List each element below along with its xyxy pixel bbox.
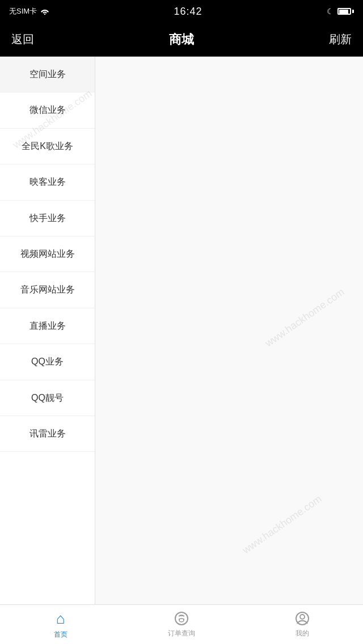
profile-icon [294,611,310,626]
main-panel [95,57,363,604]
sidebar-item-yingke[interactable]: 映客业务 [0,164,95,200]
sidebar-item-weixin[interactable]: 微信业务 [0,92,95,128]
tab-home-label: 首页 [54,630,67,639]
wifi-icon [40,8,49,15]
battery-icon [337,8,354,15]
carrier-label: 无SIM卡 [9,6,37,16]
refresh-button[interactable]: 刷新 [329,32,352,47]
nav-bar: 返回 商城 刷新 [0,23,363,57]
sidebar-item-quanmin[interactable]: 全民K歌业务 [0,129,95,164]
svg-point-0 [44,14,45,15]
back-button[interactable]: 返回 [11,32,34,47]
svg-point-6 [300,615,305,619]
page-title: 商城 [169,31,194,48]
sidebar: 空间业务微信业务全民K歌业务映客业务快手业务视频网站业务音乐网站业务直播业务QQ… [0,57,95,604]
moon-icon: ☾ [327,7,334,16]
sidebar-item-qq[interactable]: QQ业务 [0,344,95,380]
sidebar-item-shipinwangzhan[interactable]: 视频网站业务 [0,236,95,272]
tab-home[interactable]: ⌂ 首页 [0,610,121,639]
sidebar-item-zhibo[interactable]: 直播业务 [0,308,95,344]
sidebar-item-yinyuewangzhan[interactable]: 音乐网站业务 [0,272,95,308]
tab-profile[interactable]: 我的 [242,611,363,638]
status-time: 16:42 [174,6,202,18]
sidebar-item-qqhao[interactable]: QQ靓号 [0,380,95,416]
status-carrier: 无SIM卡 [9,6,49,16]
svg-point-2 [179,618,184,622]
tab-profile-label: 我的 [296,629,309,638]
sidebar-item-xunlei[interactable]: 讯雷业务 [0,416,95,452]
orders-icon [174,611,189,626]
status-bar: 无SIM卡 16:42 ☾ [0,0,363,23]
main-content: 空间业务微信业务全民K歌业务映客业务快手业务视频网站业务音乐网站业务直播业务QQ… [0,57,363,604]
tab-orders[interactable]: 订单查询 [121,611,242,638]
tab-bar: ⌂ 首页 订单查询 我的 [0,604,363,644]
status-right: ☾ [327,7,354,16]
home-icon: ⌂ [56,610,65,628]
sidebar-item-kongjian[interactable]: 空间业务 [0,57,95,92]
tab-orders-label: 订单查询 [168,629,195,638]
sidebar-item-kuaishou[interactable]: 快手业务 [0,201,95,236]
